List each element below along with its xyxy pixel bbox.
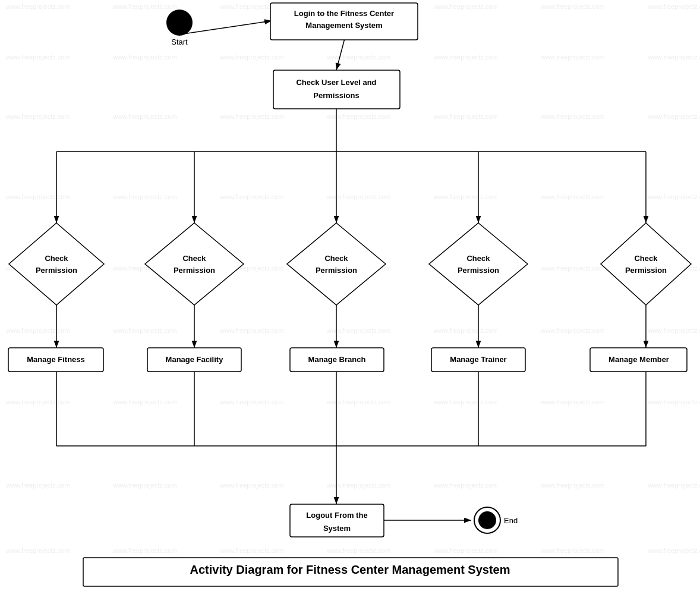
svg-text:www.freeprojectz.com: www.freeprojectz.com <box>5 113 70 120</box>
svg-text:www.freeprojectz.com: www.freeprojectz.com <box>433 54 498 61</box>
svg-text:www.freeprojectz.com: www.freeprojectz.com <box>5 3 70 10</box>
manage-branch-text: Manage Branch <box>308 355 366 364</box>
start-node <box>166 10 193 36</box>
svg-text:www.freeprojectz.com: www.freeprojectz.com <box>647 327 700 334</box>
svg-text:www.freeprojectz.com: www.freeprojectz.com <box>433 547 498 554</box>
svg-text:www.freeprojectz.com: www.freeprojectz.com <box>112 193 177 200</box>
check-perm-diamond-4 <box>429 223 528 305</box>
svg-text:www.freeprojectz.com: www.freeprojectz.com <box>540 327 605 334</box>
svg-text:www.freeprojectz.com: www.freeprojectz.com <box>5 398 70 405</box>
login-text: Login to the Fitness Center <box>294 9 394 18</box>
svg-text:www.freeprojectz.com: www.freeprojectz.com <box>433 482 498 489</box>
svg-text:www.freeprojectz.com: www.freeprojectz.com <box>219 54 284 61</box>
svg-text:www.freeprojectz.com: www.freeprojectz.com <box>540 482 605 489</box>
svg-text:System: System <box>323 524 351 533</box>
svg-text:www.freeprojectz.com: www.freeprojectz.com <box>219 398 284 405</box>
svg-text:Check: Check <box>466 254 490 263</box>
logout-text: Logout From the <box>306 511 367 520</box>
check-perm-diamond-2 <box>145 223 244 305</box>
check-perm-diamond-1 <box>9 223 104 305</box>
svg-text:Check: Check <box>45 254 68 263</box>
check-perm-diamond-3 <box>287 223 386 305</box>
check-user-level-box <box>273 70 400 109</box>
svg-text:www.freeprojectz.com: www.freeprojectz.com <box>433 3 498 10</box>
svg-text:Check: Check <box>324 254 348 263</box>
svg-text:www.freeprojectz.com: www.freeprojectz.com <box>5 547 70 554</box>
svg-text:www.freeprojectz.com: www.freeprojectz.com <box>647 547 700 554</box>
svg-text:www.freeprojectz.com: www.freeprojectz.com <box>326 54 391 61</box>
svg-text:www.freeprojectz.com: www.freeprojectz.com <box>112 398 177 405</box>
manage-facility-text: Manage Facility <box>166 355 224 364</box>
svg-text:www.freeprojectz.com: www.freeprojectz.com <box>326 547 391 554</box>
svg-text:www.freeprojectz.com: www.freeprojectz.com <box>540 547 605 554</box>
svg-text:www.freeprojectz.com: www.freeprojectz.com <box>112 327 177 334</box>
svg-text:www.freeprojectz.com: www.freeprojectz.com <box>5 327 70 334</box>
svg-text:www.freeprojectz.com: www.freeprojectz.com <box>112 482 177 489</box>
svg-text:Permission: Permission <box>174 266 215 275</box>
svg-text:www.freeprojectz.com: www.freeprojectz.com <box>647 398 700 405</box>
svg-text:Permission: Permission <box>316 266 357 275</box>
svg-text:www.freeprojectz.com: www.freeprojectz.com <box>219 547 284 554</box>
svg-text:Management System: Management System <box>305 21 382 30</box>
svg-text:www.freeprojectz.com: www.freeprojectz.com <box>540 265 605 272</box>
svg-text:www.freeprojectz.com: www.freeprojectz.com <box>540 54 605 61</box>
svg-text:www.freeprojectz.com: www.freeprojectz.com <box>112 113 177 120</box>
svg-line-64 <box>179 21 272 34</box>
svg-text:www.freeprojectz.com: www.freeprojectz.com <box>219 327 284 334</box>
svg-text:www.freeprojectz.com: www.freeprojectz.com <box>647 193 700 200</box>
manage-fitness-text: Manage Fitness <box>27 355 85 364</box>
check-perm-diamond-5 <box>601 223 691 305</box>
svg-text:Permission: Permission <box>458 266 499 275</box>
svg-text:Check: Check <box>634 254 658 263</box>
manage-trainer-text: Manage Trainer <box>450 355 506 364</box>
svg-text:www.freeprojectz.com: www.freeprojectz.com <box>112 547 177 554</box>
svg-text:Permissions: Permissions <box>313 91 359 100</box>
svg-text:Permission: Permission <box>625 266 667 275</box>
svg-text:www.freeprojectz.com: www.freeprojectz.com <box>433 113 498 120</box>
svg-text:www.freeprojectz.com: www.freeprojectz.com <box>647 482 700 489</box>
manage-member-text: Manage Member <box>608 355 669 364</box>
svg-text:Check: Check <box>182 254 206 263</box>
svg-text:www.freeprojectz.com: www.freeprojectz.com <box>219 193 284 200</box>
svg-text:www.freeprojectz.com: www.freeprojectz.com <box>647 3 700 10</box>
svg-text:www.freeprojectz.com: www.freeprojectz.com <box>540 113 605 120</box>
caption-text: Activity Diagram for Fitness Center Mana… <box>190 563 510 576</box>
end-node-inner <box>478 511 496 529</box>
end-label: End <box>504 516 518 525</box>
svg-text:www.freeprojectz.com: www.freeprojectz.com <box>433 398 498 405</box>
svg-text:www.freeprojectz.com: www.freeprojectz.com <box>540 3 605 10</box>
svg-text:www.freeprojectz.com: www.freeprojectz.com <box>112 3 177 10</box>
svg-text:www.freeprojectz.com: www.freeprojectz.com <box>5 54 70 61</box>
check-user-level-text: Check User Level and <box>296 78 376 87</box>
svg-text:www.freeprojectz.com: www.freeprojectz.com <box>540 398 605 405</box>
svg-text:Permission: Permission <box>36 266 77 275</box>
svg-text:www.freeprojectz.com: www.freeprojectz.com <box>540 193 605 200</box>
svg-text:www.freeprojectz.com: www.freeprojectz.com <box>219 482 284 489</box>
svg-text:www.freeprojectz.com: www.freeprojectz.com <box>112 54 177 61</box>
svg-text:www.freeprojectz.com: www.freeprojectz.com <box>433 327 498 334</box>
svg-text:www.freeprojectz.com: www.freeprojectz.com <box>219 113 284 120</box>
svg-text:www.freeprojectz.com: www.freeprojectz.com <box>647 113 700 120</box>
svg-text:www.freeprojectz.com: www.freeprojectz.com <box>5 193 70 200</box>
svg-text:www.freeprojectz.com: www.freeprojectz.com <box>433 193 498 200</box>
svg-text:www.freeprojectz.com: www.freeprojectz.com <box>647 54 700 61</box>
start-label: Start <box>171 37 188 46</box>
diagram-container: www.freeprojectz.com www.freeprojectz.co… <box>0 0 700 591</box>
svg-text:www.freeprojectz.com: www.freeprojectz.com <box>5 482 70 489</box>
